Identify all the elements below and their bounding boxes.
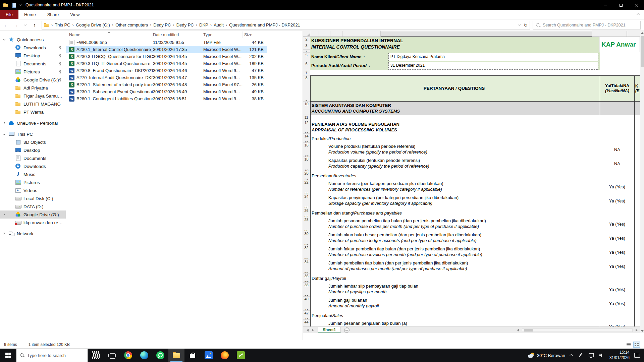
close-button[interactable] [629,0,644,10]
breadcrumb-item[interactable]: › DKP [195,22,209,27]
taskbar-app-button[interactable] [233,349,249,362]
file-row[interactable]: ~WRL0066.tmp 11/02/2025 9:55 TMP File 44… [66,39,267,46]
sheet-tab[interactable]: Sheet1 [318,327,341,333]
sidebar-item[interactable]: DATA (D:) [0,202,66,210]
breadcrumb-item[interactable]: › Audit [209,22,224,27]
forward-button[interactable]: → [11,21,20,29]
scroll-right-icon[interactable] [636,329,638,331]
sidebar-item[interactable]: Quick access [0,36,66,44]
column-header[interactable]: Name [69,32,153,38]
expand-chevron-icon[interactable] [3,232,5,235]
add-sheet-icon[interactable] [344,327,350,333]
sidebar-item[interactable]: Google Drive (G:) [0,210,66,219]
breadcrumb-item[interactable]: › Dedy PC [171,22,194,27]
vertical-scrollbar[interactable] [640,31,644,333]
breadcrumb-label[interactable]: Dedy PC [176,22,195,27]
vscroll-thumb[interactable] [641,36,644,67]
file-row[interactable]: B220.1_Statement of related party transa… [66,81,267,88]
sidebar-item[interactable]: LUTHFI MAGANG [0,100,66,108]
sidebar-item[interactable]: Videos [0,186,66,194]
scroll-up-icon[interactable] [641,32,644,34]
details-view-button[interactable] [625,342,632,348]
sidebar-item[interactable]: Figar Jaya Samudra [0,92,66,100]
taskbar-app-button[interactable] [184,349,201,362]
taskbar-clock[interactable]: 15:14 31/01/2026 [609,350,630,360]
breadcrumb-label[interactable]: Google Drive (G:) [75,22,111,27]
sidebar-item[interactable]: Pictures [0,68,66,76]
sidebar-item[interactable]: Network [0,230,66,238]
taskbar-app-button[interactable] [201,349,217,362]
ribbon-tab[interactable]: Home [18,10,42,19]
file-row[interactable]: A230.1_Internal Control Questionnaire_D.… [66,46,267,53]
taskbar-app-button[interactable] [88,349,104,362]
expand-chevron-icon[interactable] [3,133,5,135]
sidebar-item[interactable]: 3D Objects [0,138,66,146]
expand-chevron-icon[interactable] [3,213,5,216]
breadcrumb-item[interactable]: › This PC [50,22,71,27]
sidebar-item[interactable]: Documents [0,154,66,162]
network-tray-icon[interactable] [588,353,594,358]
taskbar-app-button[interactable] [136,349,152,362]
breadcrumb-label[interactable]: Questionnaire and PMPJ - DKP2021 [228,22,301,27]
breadcrumb-item[interactable]: › Google Drive (G:) [71,22,111,27]
taskbar-app-button[interactable] [104,349,120,362]
sidebar-item[interactable]: This PC [0,130,66,138]
breadcrumb-label[interactable]: DKP [199,22,209,27]
breadcrumb-label[interactable]: Audit [213,22,224,27]
column-header[interactable]: Size [243,32,267,38]
horizontal-scrollbar[interactable] [515,327,640,333]
sidebar-item[interactable]: OneDrive - Personal [0,119,66,127]
volume-tray-icon[interactable] [599,353,605,358]
qat-customize-chevron-icon[interactable] [19,3,22,6]
sidebar-item[interactable]: PT Warna [0,108,66,116]
maximize-button[interactable] [613,0,629,10]
sidebar-item[interactable]: Documents [0,60,66,68]
file-row[interactable]: B280.1_Contingent Liabilities Questionn.… [66,95,267,102]
pen-tray-icon[interactable] [577,353,583,358]
action-center-icon[interactable] [634,353,640,358]
expand-chevron-icon[interactable] [3,122,5,124]
hscroll-thumb[interactable] [524,329,533,331]
scroll-down-icon[interactable] [641,330,644,332]
sheet-nav-left-icon[interactable] [307,329,309,331]
breadcrumb-item[interactable]: › Questionnaire and PMPJ - DKP2021 [224,22,301,27]
breadcrumb-label[interactable]: Dedy PC [153,22,171,27]
column-header[interactable]: Date modified [153,32,203,38]
taskbar-app-button[interactable] [217,349,233,362]
expand-chevron-icon[interactable] [3,38,5,41]
minimize-button[interactable] [598,0,613,10]
file-row[interactable]: A230.3-ITQ_IT General Questionnaire_DK..… [66,60,267,67]
sidebar-item[interactable]: Adi Priyatna [0,84,66,92]
qat-properties-icon[interactable] [11,3,17,7]
address-bar[interactable]: › This PC › Google Drive (G:) › Other co… [42,21,530,29]
file-row[interactable]: A230.8_Fraud Questionnaire_DKP2021 30/01… [66,67,267,74]
breadcrumb-label[interactable]: Other computers [115,22,149,27]
up-button[interactable]: ↑ [30,21,39,29]
sidebar-item[interactable]: Pictures [0,178,66,186]
recent-locations-button[interactable] [21,21,30,29]
sidebar-item[interactable]: Google Drive (G:) [0,76,66,84]
file-row[interactable]: B230.1_Subsequent Event Questionnaire_..… [66,88,267,95]
sidebar-item[interactable]: Desktop [0,52,66,60]
breadcrumb-item[interactable]: › Other computers [111,22,149,27]
taskbar-app-button[interactable] [152,349,168,362]
taskbar-search-box[interactable]: Type here to search [16,349,88,362]
weather-widget[interactable]: 30°C Berawan [528,352,565,358]
start-button[interactable] [0,349,16,362]
file-row[interactable]: A270_Internal Audit Questionnaire_DKP2..… [66,74,267,81]
hidden-icons-chevron-icon[interactable] [569,354,573,358]
sidebar-item[interactable]: Downloads [0,44,66,52]
breadcrumb-item[interactable]: › Dedy PC [149,22,171,27]
sidebar-item[interactable]: kkp anwar dan rekan (\\1 [0,219,66,227]
ribbon-collapse-icon[interactable] [637,13,640,17]
address-dropdown-icon[interactable] [518,23,521,26]
refresh-icon[interactable]: ↻ [524,22,528,28]
hscroll-track[interactable] [522,328,633,332]
explorer-search-box[interactable]: Search Questionnaire and PMPJ - DKP2021 [533,21,641,29]
breadcrumb-label[interactable]: This PC [54,22,71,27]
taskbar-app-button[interactable] [120,349,136,362]
ribbon-tab[interactable]: View [64,10,85,19]
taskbar-app-button[interactable] [168,349,184,362]
file-row[interactable]: A230.3-ITGCQ_Questionnaire for ITGC_DK..… [66,53,267,60]
ribbon-tab[interactable]: File [0,10,18,19]
